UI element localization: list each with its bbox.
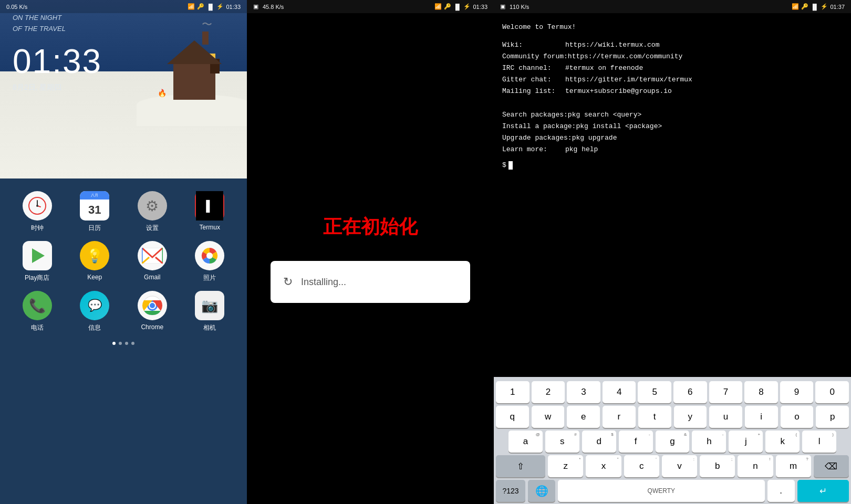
kb-key-k[interactable]: k( <box>765 430 800 453</box>
kb-key-r[interactable]: r <box>603 406 636 428</box>
house-scene: 〜 🔥 <box>152 21 236 126</box>
kb-backspace-key[interactable]: ⌫ <box>814 455 849 477</box>
kb-key-1[interactable]: 1 <box>496 381 530 403</box>
kb-key-q[interactable]: q <box>496 406 529 428</box>
terminal-info-lines: Wiki:https://wiki.termux.com Community f… <box>502 39 843 97</box>
keyboard[interactable]: 1 2 3 4 5 6 7 8 9 0 q w e r t y u i o p … <box>494 377 851 504</box>
panel2-status-icons: 📶 🔑 ▐▌ ⚡ 01:33 <box>434 3 487 10</box>
kb-key-g[interactable]: g& <box>656 430 690 453</box>
svg-marker-4 <box>32 248 45 263</box>
kb-key-w[interactable]: w <box>532 406 565 428</box>
kb-key-j[interactable]: j+ <box>729 430 763 453</box>
kb-key-3[interactable]: 3 <box>567 381 600 403</box>
android-home-screen: 0.05 K/s 📶 🔑 ▐▌ ⚡ 01:33 ON THE NIGHT OF … <box>0 0 247 504</box>
kb-key-4[interactable]: 4 <box>603 381 636 403</box>
installing-label: Installing... <box>301 277 346 288</box>
kb-key-f[interactable]: f- <box>619 430 653 453</box>
app-grid: 时钟 八月 31 日历 ⚙ 设置 ▌ Termux <box>0 178 247 504</box>
panel1-network-speed: 0.05 K/s <box>6 4 27 10</box>
spinner-icon: ↻ <box>283 275 293 289</box>
calendar-label: 日历 <box>88 224 101 233</box>
gmail-label: Gmail <box>144 274 160 281</box>
kb-key-y[interactable]: y <box>674 406 707 428</box>
kb-key-5[interactable]: 5 <box>638 381 671 403</box>
kb-key-t[interactable]: t <box>638 406 671 428</box>
termux-app-icon: ▌ <box>195 191 224 220</box>
kb-key-0[interactable]: 0 <box>815 381 849 403</box>
app-messages[interactable]: 💬 信息 <box>71 291 118 332</box>
kb-key-8[interactable]: 8 <box>744 381 778 403</box>
terminal-welcome: Welcome to Termux! <box>502 22 843 33</box>
kb-key-9[interactable]: 9 <box>780 381 814 403</box>
terminal-content[interactable]: Welcome to Termux! Wiki:https://wiki.ter… <box>494 13 851 377</box>
kb-key-u[interactable]: u <box>709 406 742 428</box>
clock-label: 时钟 <box>31 224 44 233</box>
app-chrome[interactable]: Chrome <box>129 291 176 332</box>
kb-key-e[interactable]: e <box>567 406 600 428</box>
chrome-app-icon <box>138 291 167 320</box>
kb-enter-key[interactable]: ↵ <box>797 480 849 502</box>
app-calendar[interactable]: 八月 31 日历 <box>71 191 118 233</box>
kb-shift-key[interactable]: ⇧ <box>496 455 545 477</box>
panel1-time: 01:33 <box>226 4 241 10</box>
play-app-icon <box>23 241 52 270</box>
kb-key-b[interactable]: b; <box>700 455 735 477</box>
app-gmail[interactable]: Gmail <box>129 241 176 282</box>
calendar-body: 31 <box>88 200 101 220</box>
house-body <box>173 63 215 100</box>
phone-label: 电话 <box>31 323 44 332</box>
clock-display: 01:33 8月2日, 星期四 <box>13 42 102 92</box>
kb-space-key[interactable]: QWERTY <box>558 480 765 502</box>
wifi-icon-p3: 📶 <box>792 3 799 10</box>
terminal-prompt: $ <box>502 160 843 171</box>
keyboard-bottom-row: ?123 🌐 QWERTY . ↵ <box>496 480 849 502</box>
panel3-time: 01:37 <box>830 4 845 10</box>
keep-label: Keep <box>87 274 102 281</box>
wifi-icon-p2: 📶 <box>434 3 442 10</box>
app-settings[interactable]: ⚙ 设置 <box>129 191 176 233</box>
page-indicator <box>0 337 247 350</box>
panel3-status-icons: 📶 🔑 ▐▌ ⚡ 01:37 <box>792 3 845 10</box>
kb-key-v[interactable]: v: <box>662 455 697 477</box>
kb-key-s[interactable]: s# <box>545 430 579 453</box>
key-icon-p2: 🔑 <box>444 3 451 10</box>
panel3-speed: 110 K/s <box>510 4 529 10</box>
photos-app-icon <box>195 241 224 270</box>
calendar-app-icon: 八月 31 <box>80 191 109 220</box>
kb-key-p[interactable]: p <box>816 406 849 428</box>
kb-key-l[interactable]: l) <box>802 430 836 453</box>
calendar-header: 八月 <box>80 191 109 200</box>
app-photos[interactable]: 照片 <box>186 241 233 282</box>
kb-key-7[interactable]: 7 <box>709 381 743 403</box>
panel1-status-bar: 0.05 K/s 📶 🔑 ▐▌ ⚡ 01:33 <box>0 0 247 13</box>
kb-period-key[interactable]: . <box>767 480 795 502</box>
app-play[interactable]: Play商店 <box>14 241 61 282</box>
app-clock[interactable]: 时钟 <box>14 191 61 233</box>
messages-label: 信息 <box>88 323 101 332</box>
kb-key-x[interactable]: x" <box>586 455 621 477</box>
key-icon: 🔑 <box>197 3 204 10</box>
wallpaper-section: ON THE NIGHT OF THE TRAVEL 01:33 8月2日, 星… <box>0 0 247 178</box>
kb-key-6[interactable]: 6 <box>673 381 707 403</box>
kb-numsym-key[interactable]: ?123 <box>496 480 525 502</box>
app-phone[interactable]: 📞 电话 <box>14 291 61 332</box>
app-termux[interactable]: ▌ Termux <box>186 191 233 233</box>
kb-globe-key[interactable]: 🌐 <box>528 480 555 502</box>
app-camera[interactable]: 📷 相机 <box>186 291 233 332</box>
kb-key-m[interactable]: m? <box>776 455 811 477</box>
panel2-time: 01:33 <box>473 4 487 10</box>
wallpaper-text: ON THE NIGHT OF THE TRAVEL <box>13 13 66 35</box>
kb-key-d[interactable]: d$ <box>582 430 616 453</box>
kb-key-o[interactable]: o <box>781 406 814 428</box>
wifi-icon: 📶 <box>188 3 195 10</box>
app-keep[interactable]: 💡 Keep <box>71 241 118 282</box>
battery-icon: ⚡ <box>216 3 224 10</box>
kb-key-a[interactable]: a@ <box>508 430 543 453</box>
kb-key-2[interactable]: 2 <box>532 381 565 403</box>
kb-key-z[interactable]: z* <box>548 455 583 477</box>
kb-key-h[interactable]: h- <box>692 430 726 453</box>
kb-key-c[interactable]: c' <box>624 455 659 477</box>
kb-key-n[interactable]: n! <box>738 455 773 477</box>
keyboard-num-row: 1 2 3 4 5 6 7 8 9 0 <box>496 381 849 403</box>
kb-key-i[interactable]: i <box>745 406 778 428</box>
